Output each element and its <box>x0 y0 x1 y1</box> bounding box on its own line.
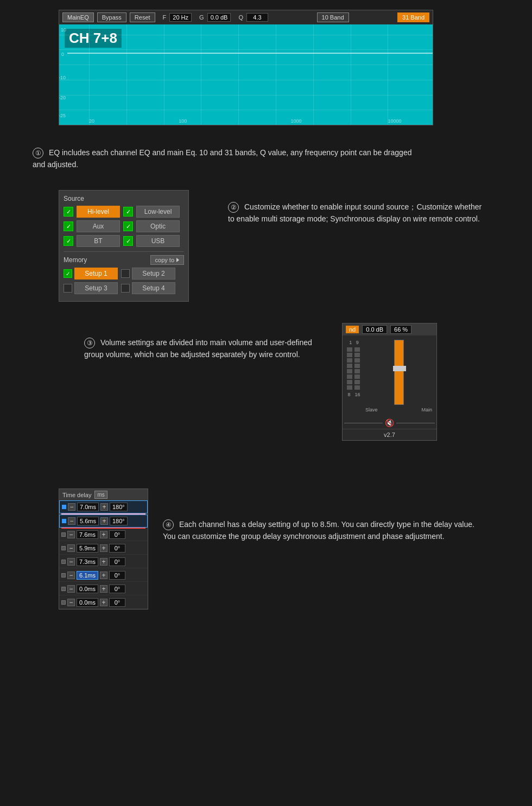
vol-speaker-row: 🔇 <box>343 417 436 429</box>
delay-minus-8[interactable]: − <box>67 599 75 606</box>
info1-number: ① <box>33 148 43 158</box>
hi-level-button[interactable]: Hi-level <box>77 206 120 218</box>
vol-meter-grid <box>347 347 361 390</box>
eq-display[interactable]: CH 7+8 10 0 -10 -20 -25 20 100 1000 1000… <box>59 24 433 125</box>
delay-indicator-8 <box>61 600 66 605</box>
setup2-button[interactable]: Setup 2 <box>132 268 175 280</box>
low-level-checkbox[interactable]: ✓ <box>123 207 133 217</box>
info3-number: ③ <box>84 338 95 348</box>
main-eq-button[interactable]: MainEQ <box>62 12 94 22</box>
bt-button[interactable]: BT <box>77 235 120 247</box>
delay-plus-8[interactable]: + <box>100 599 107 606</box>
vol-label-8: 8 <box>347 392 350 397</box>
delay-minus-2[interactable]: − <box>68 517 75 525</box>
vol-left-meter: 1 9 8 16 <box>347 340 361 412</box>
vol-band-label: nd <box>346 326 359 333</box>
delay-header: Time delay ms <box>59 489 148 500</box>
delay-plus-3[interactable]: + <box>100 531 107 538</box>
db-label-0: 0 <box>61 52 64 57</box>
info4-text: Each channel has a delay setting of up t… <box>163 520 474 541</box>
bt-checkbox[interactable]: ✓ <box>64 236 73 246</box>
delay-row-8: − 0.0ms + 0° <box>59 596 148 609</box>
aux-button[interactable]: Aux <box>77 220 120 232</box>
delay-value-5[interactable]: 7.3ms <box>77 557 98 566</box>
info3-block: ③ Volume settings are divided into main … <box>84 337 318 361</box>
delay-plus-4[interactable]: + <box>100 544 107 552</box>
freq-label-1000: 1000 <box>291 118 302 124</box>
source-row-1: ✓ Hi-level ✓ Low-level <box>64 206 184 218</box>
source-title: Source <box>64 195 184 202</box>
freq-label-20: 20 <box>89 118 94 124</box>
delay-minus-1[interactable]: − <box>68 503 75 511</box>
delay-minus-4[interactable]: − <box>67 544 75 552</box>
setup1-button[interactable]: Setup 1 <box>74 268 118 280</box>
delay-plus-5[interactable]: + <box>100 558 107 566</box>
delay-plus-6[interactable]: + <box>100 572 107 579</box>
setup4-button[interactable]: Setup 4 <box>132 282 175 294</box>
delay-value-1[interactable]: 7.0ms <box>77 503 99 511</box>
setup1-checkbox[interactable]: ✓ <box>64 269 72 278</box>
optic-checkbox[interactable]: ✓ <box>123 221 133 231</box>
setup4-checkbox[interactable] <box>121 284 130 293</box>
setup-row-2: Setup 3 Setup 4 <box>64 282 184 294</box>
info4-block: ④ Each channel has a delay setting of up… <box>163 518 483 543</box>
delay-indicator-2 <box>62 519 66 523</box>
vol-dot-14 <box>354 380 360 384</box>
q-value[interactable]: 4.3 <box>246 13 268 22</box>
reset-button[interactable]: Reset <box>130 12 155 22</box>
delay-phase-8[interactable]: 0° <box>109 598 125 607</box>
hi-level-checkbox[interactable]: ✓ <box>64 207 73 217</box>
delay-value-6[interactable]: 6.1ms <box>77 571 98 580</box>
f-label: F <box>163 14 167 21</box>
delay-plus-1[interactable]: + <box>100 503 108 511</box>
delay-phase-5[interactable]: 0° <box>109 557 125 566</box>
delay-value-3[interactable]: 7.6ms <box>77 530 98 539</box>
info4-number: ④ <box>163 519 174 530</box>
delay-minus-7[interactable]: − <box>67 585 75 593</box>
setup3-button[interactable]: Setup 3 <box>74 282 118 294</box>
vol-dot-3 <box>347 353 352 357</box>
delay-phase-7[interactable]: 0° <box>109 585 125 593</box>
delay-minus-5[interactable]: − <box>67 558 75 566</box>
delay-value-8[interactable]: 0.0ms <box>77 598 98 607</box>
delay-plus-7[interactable]: + <box>100 585 107 593</box>
g-value[interactable]: 0.0 dB <box>207 13 231 22</box>
delay-phase-3[interactable]: 0° <box>109 530 125 539</box>
vol-slider-col: Slave Main <box>365 340 432 412</box>
band31-button[interactable]: 31 Band <box>397 12 429 22</box>
vol-body: 1 9 8 16 <box>343 335 436 417</box>
vol-slider-track[interactable] <box>394 340 404 405</box>
source-row-2: ✓ Aux ✓ Optic <box>64 220 184 232</box>
delay-row-1: − 7.0ms + 180° <box>59 500 148 513</box>
vol-speaker-icon: 🔇 <box>385 418 394 427</box>
vol-dot-2 <box>354 347 360 352</box>
aux-checkbox[interactable]: ✓ <box>64 221 73 231</box>
delay-value-2[interactable]: 5.6ms <box>77 517 99 525</box>
delay-value-4[interactable]: 5.9ms <box>77 544 98 553</box>
delay-phase-4[interactable]: 0° <box>109 544 125 553</box>
vol-slider-thumb[interactable] <box>393 366 406 371</box>
memory-row: Memory copy to <box>64 255 184 265</box>
band10-button[interactable]: 10 Band <box>317 12 349 22</box>
delay-minus-3[interactable]: − <box>67 531 75 538</box>
usb-checkbox[interactable]: ✓ <box>123 236 133 246</box>
vol-dot-4 <box>354 353 360 357</box>
info1-text: EQ includes each channel EQ and main Eq.… <box>33 148 411 169</box>
delay-plus-2[interactable]: + <box>100 517 108 525</box>
f-value[interactable]: 20 Hz <box>169 13 192 22</box>
bypass-button[interactable]: Bypass <box>97 12 126 22</box>
delay-phase-2[interactable]: 180° <box>110 517 128 525</box>
setup2-checkbox[interactable] <box>121 269 130 278</box>
freq-label-100: 100 <box>179 118 187 124</box>
usb-button[interactable]: USB <box>136 235 180 247</box>
low-level-button[interactable]: Low-level <box>136 206 180 218</box>
delay-phase-1[interactable]: 180° <box>110 503 128 511</box>
delay-minus-6[interactable]: − <box>67 572 75 579</box>
copy-to-button[interactable]: copy to <box>150 255 184 265</box>
vol-dot-11 <box>347 375 352 379</box>
setup3-checkbox[interactable] <box>64 284 72 293</box>
delay-phase-6[interactable]: 0° <box>109 571 125 580</box>
optic-button[interactable]: Optic <box>136 220 180 232</box>
delay-value-7[interactable]: 0.0ms <box>77 585 98 593</box>
vol-line-right <box>396 423 435 423</box>
